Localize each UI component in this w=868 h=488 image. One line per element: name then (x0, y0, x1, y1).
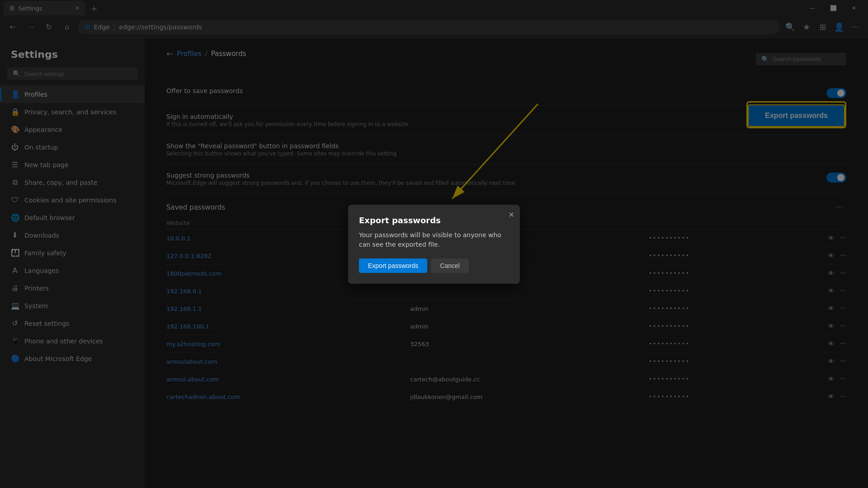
modal-overlay: Export passwords × Your passwords will b… (0, 0, 868, 488)
modal-title: Export passwords (359, 216, 509, 225)
modal-actions: Export passwords Cancel (359, 258, 509, 273)
modal-close-button[interactable]: × (509, 210, 514, 219)
modal-cancel-button[interactable]: Cancel (431, 258, 469, 273)
modal-body: Your passwords will be visible to anyone… (359, 230, 509, 249)
export-passwords-modal: Export passwords × Your passwords will b… (348, 205, 520, 284)
modal-export-button[interactable]: Export passwords (359, 258, 427, 273)
